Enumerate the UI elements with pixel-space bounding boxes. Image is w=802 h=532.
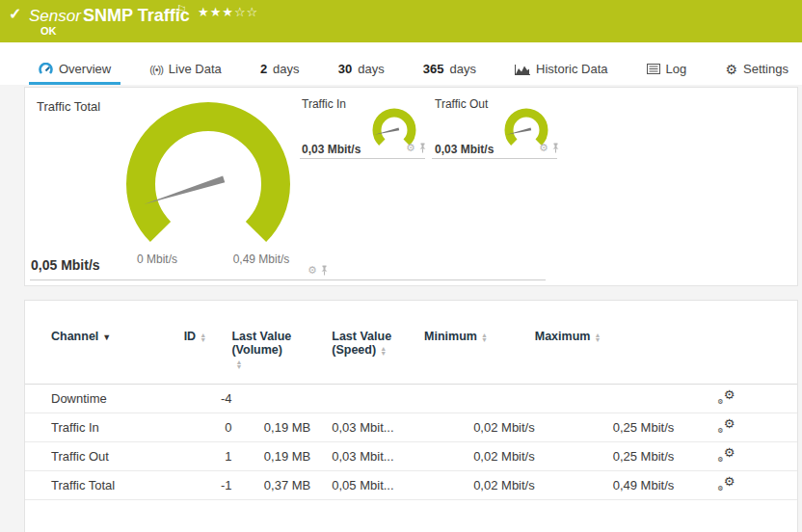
tab-historic-data[interactable]: Historic Data — [505, 56, 617, 85]
tab-number: 2 — [260, 62, 267, 76]
gauge-min-label: 0 Mbit/s — [120, 253, 195, 266]
column-header-last-speed[interactable]: Last Value (Speed)▲▼ — [310, 301, 424, 385]
channel-id: -1 — [184, 471, 232, 500]
tab-overview[interactable]: Overview — [29, 56, 120, 85]
maximum-value: 0,49 Mbit/s — [535, 471, 675, 500]
status-badge: OK — [40, 25, 57, 37]
sort-icon[interactable]: ▲▼ — [200, 332, 206, 342]
channel-name[interactable]: Traffic Out — [25, 442, 184, 471]
widget-divider — [300, 158, 425, 159]
channel-settings-icon[interactable]: ⚙⚙ — [717, 419, 735, 433]
gauge-value-traffic-out: 0,03 Mbit/s — [435, 143, 494, 156]
gauge-max-label: 0,49 Mbit/s — [221, 253, 302, 266]
minimum-value — [424, 385, 535, 413]
tab-label: Overview — [59, 62, 111, 76]
column-header-channel[interactable]: Channel▼ — [25, 301, 184, 385]
sort-icon[interactable]: ▲▼ — [380, 346, 387, 356]
column-header-minimum[interactable]: Minimum▲▼ — [424, 301, 535, 385]
sort-icon[interactable]: ▲▼ — [481, 332, 488, 342]
sort-icon[interactable]: ▲▼ — [594, 332, 601, 342]
minimum-value: 0,02 Mbit/s — [424, 413, 535, 442]
tab-live-data[interactable]: ((•)) Live Data — [140, 56, 230, 85]
tab-label: days — [358, 62, 384, 76]
channel-table-panel: Channel▼ ID▲▼ Last Value (Volume) ▲▼ Las… — [24, 300, 798, 532]
widget-divider — [30, 279, 546, 280]
tab-label: days — [449, 62, 475, 76]
channel-settings-icon[interactable]: ⚙⚙ — [717, 390, 735, 404]
tab-number: 30 — [338, 62, 352, 76]
tab-label: Historic Data — [536, 62, 607, 76]
gauge-title-traffic-out: Traffic Out — [435, 97, 488, 111]
stars-empty: ☆☆ — [234, 5, 258, 19]
last-value-speed — [310, 385, 424, 413]
chart-icon — [515, 64, 530, 75]
widget-actions: ⚙ — [307, 264, 329, 277]
tab-label: Log — [666, 62, 687, 76]
channel-id: 0 — [184, 413, 232, 442]
tab-label: days — [273, 62, 299, 76]
last-value-volume: 0,19 MB — [231, 442, 310, 471]
log-icon — [647, 64, 660, 74]
pin-icon[interactable] — [320, 265, 329, 276]
table-row-traffic-in[interactable]: Traffic In 0 0,19 MB 0,03 Mbit... 0,02 M… — [25, 413, 797, 442]
tab-2-days[interactable]: 2 days — [251, 56, 309, 85]
column-header-actions — [674, 301, 797, 385]
widget-divider — [432, 158, 557, 159]
last-value-volume: 0,37 MB — [231, 471, 310, 500]
tab-strip: Overview ((•)) Live Data 2 days 30 days … — [0, 42, 802, 85]
pin-icon[interactable] — [418, 143, 427, 153]
widget-actions: ⚙ — [539, 142, 560, 154]
channel-settings-icon[interactable]: ⚙⚙ — [717, 448, 735, 462]
gauge-title-traffic-total: Traffic Total — [37, 99, 100, 114]
tab-30-days[interactable]: 30 days — [329, 56, 394, 85]
flag-icon[interactable]: ⚐ — [176, 3, 187, 16]
table-row-traffic-out[interactable]: Traffic Out 1 0,19 MB 0,03 Mbit... 0,02 … — [25, 442, 797, 471]
channel-id: -4 — [184, 385, 232, 413]
widget-gear-icon[interactable]: ⚙ — [539, 142, 548, 154]
minimum-value: 0,02 Mbit/s — [424, 442, 535, 471]
gear-icon: ⚙ — [725, 62, 737, 77]
table-row-traffic-total[interactable]: Traffic Total -1 0,37 MB 0,05 Mbit... 0,… — [25, 471, 797, 500]
pin-icon[interactable] — [551, 143, 560, 153]
maximum-value: 0,25 Mbit/s — [535, 442, 675, 471]
status-check-icon: ✓ — [9, 5, 21, 23]
live-icon: ((•)) — [149, 64, 163, 75]
table-row-downtime[interactable]: Downtime -4 ⚙⚙ — [25, 385, 797, 413]
channel-name[interactable]: Traffic Total — [25, 471, 184, 500]
gauges-panel: Traffic Total 0 Mbit/s 0,49 Mbit/s 0,05 … — [24, 87, 798, 286]
last-value-volume — [231, 385, 310, 413]
maximum-value: 0,25 Mbit/s — [535, 413, 675, 442]
sensor-header: ✓ Sensor SNMP Traffic ⚐ ★★★☆☆ OK — [0, 0, 802, 42]
last-value-speed: 0,03 Mbit... — [310, 413, 424, 442]
widget-gear-icon[interactable]: ⚙ — [307, 264, 317, 277]
tab-365-days[interactable]: 365 days — [414, 56, 486, 85]
gauge-title-traffic-in: Traffic In — [302, 97, 346, 111]
maximum-value — [535, 385, 675, 413]
last-value-volume: 0,19 MB — [231, 413, 310, 442]
last-value-speed: 0,05 Mbit... — [310, 471, 424, 500]
chevron-down-icon: ▼ — [102, 332, 111, 342]
channel-settings-icon[interactable]: ⚙⚙ — [717, 477, 735, 491]
tab-settings[interactable]: ⚙ Settings — [715, 56, 798, 85]
page-title: SNMP Traffic — [83, 6, 190, 26]
sensor-type-label: Sensor — [29, 7, 81, 26]
column-header-last-volume[interactable]: Last Value (Volume) ▲▼ — [231, 301, 310, 385]
tab-label: Settings — [743, 62, 789, 76]
column-header-id[interactable]: ID▲▼ — [184, 301, 232, 385]
widget-gear-icon[interactable]: ⚙ — [406, 142, 415, 154]
channel-name[interactable]: Downtime — [25, 385, 184, 413]
gauge-value-traffic-in: 0,03 Mbit/s — [302, 143, 361, 156]
channel-table: Channel▼ ID▲▼ Last Value (Volume) ▲▼ Las… — [25, 301, 797, 500]
tab-number: 365 — [423, 62, 444, 76]
tab-label: Live Data — [169, 62, 222, 76]
minimum-value: 0,02 Mbit/s — [424, 471, 535, 500]
column-header-maximum[interactable]: Maximum▲▼ — [535, 301, 675, 385]
gauge-value-traffic-total: 0,05 Mbit/s — [31, 257, 100, 273]
channel-name[interactable]: Traffic In — [25, 413, 184, 442]
sort-icon[interactable]: ▲▼ — [235, 359, 242, 369]
tab-log[interactable]: Log — [637, 56, 697, 85]
priority-stars[interactable]: ★★★☆☆ — [198, 5, 258, 19]
traffic-total-gauge — [121, 97, 295, 252]
channel-id: 1 — [184, 442, 232, 471]
gauge-icon — [39, 63, 53, 75]
